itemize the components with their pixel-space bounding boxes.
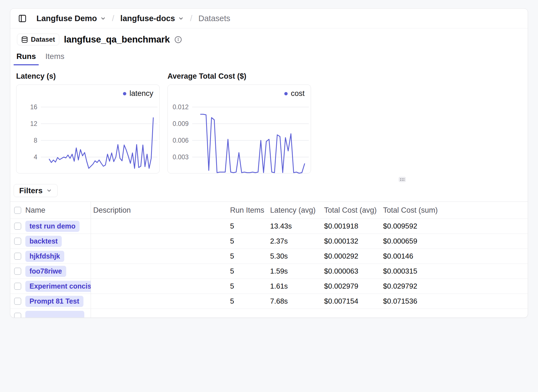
cost-chart-title: Average Total Cost ($) xyxy=(167,72,311,81)
table-row[interactable]: test run demo 5 13.43s $0.001918 $0.0095… xyxy=(10,219,528,234)
page-header: Dataset langfuse_qa_benchmark xyxy=(10,28,528,45)
header-latency-avg: Latency (avg) xyxy=(268,206,322,215)
dataset-chip-label: Dataset xyxy=(31,36,55,43)
table-row[interactable]: Prompt 81 Test 5 7.68s $0.007154 $0.0715… xyxy=(10,294,528,309)
latency-avg-cell: 7.68s xyxy=(268,297,322,306)
dataset-type-chip: Dataset xyxy=(17,34,59,45)
run-name-badge[interactable]: Experiment concise... xyxy=(25,281,91,292)
table-row[interactable] xyxy=(10,309,528,318)
header-total-cost-sum: Total Cost (sum) xyxy=(381,206,528,215)
database-icon xyxy=(21,36,28,43)
drag-handle[interactable] xyxy=(399,177,406,182)
breadcrumb-project-label: langfuse-docs xyxy=(120,14,175,23)
filters-button[interactable]: Filters xyxy=(14,184,58,197)
charts-section: Latency (s) 481216 latency Average Total… xyxy=(10,65,528,173)
chevron-down-icon xyxy=(100,16,106,21)
run-items-cell: 5 xyxy=(228,267,268,276)
name-cell: Prompt 81 Test xyxy=(25,294,91,309)
filters-button-label: Filters xyxy=(19,186,43,195)
total-cost-avg-cell: $0.007154 xyxy=(322,297,381,306)
breadcrumb-org-label: Langfuse Demo xyxy=(36,14,97,23)
total-cost-sum-cell: $0.009592 xyxy=(381,222,528,230)
run-name-badge[interactable] xyxy=(25,311,84,318)
run-name-badge[interactable]: foo78riwe xyxy=(25,266,66,277)
topbar: Langfuse Demo / langfuse-docs / Datasets xyxy=(10,9,528,28)
latency-avg-cell: 13.43s xyxy=(268,222,322,230)
total-cost-avg-cell: $0.002979 xyxy=(322,282,381,291)
checkbox-cell xyxy=(10,253,25,260)
page-title: langfuse_qa_benchmark xyxy=(64,34,170,45)
header-checkbox-cell xyxy=(10,207,25,214)
checkbox-cell xyxy=(10,238,25,245)
svg-text:0.006: 0.006 xyxy=(172,137,189,144)
total-cost-sum-cell: $0.071536 xyxy=(381,297,528,306)
latency-avg-cell: 1.61s xyxy=(268,282,322,291)
cost-chart-block: Average Total Cost ($) 0.0030.0060.0090.… xyxy=(167,72,311,173)
grip-dots-icon xyxy=(400,178,405,181)
name-cell: hjkfdshjk xyxy=(25,249,91,264)
run-items-cell: 5 xyxy=(228,297,268,306)
row-checkbox[interactable] xyxy=(14,238,21,245)
legend-label: latency xyxy=(129,89,153,98)
header-total-cost-avg: Total Cost (avg) xyxy=(322,206,381,215)
header-description: Description xyxy=(91,206,228,215)
main-panel: Langfuse Demo / langfuse-docs / Datasets… xyxy=(10,8,528,318)
checkbox-cell xyxy=(10,298,25,305)
latency-line-plot: 481216 xyxy=(16,85,160,174)
latency-chart: 481216 latency xyxy=(16,85,160,173)
run-items-cell: 5 xyxy=(228,282,268,291)
tab-bar: Runs Items xyxy=(10,45,528,65)
breadcrumb-project-button[interactable]: langfuse-docs xyxy=(120,14,184,23)
total-cost-sum-cell: $0.000315 xyxy=(381,267,528,276)
header-name: Name xyxy=(25,202,91,219)
total-cost-avg-cell: $0.000292 xyxy=(322,252,381,260)
breadcrumb-section-label: Datasets xyxy=(198,14,230,23)
row-checkbox[interactable] xyxy=(14,313,21,318)
name-cell xyxy=(25,309,91,318)
breadcrumb-org-button[interactable]: Langfuse Demo xyxy=(36,14,106,23)
name-cell: Experiment concise... xyxy=(25,279,91,294)
checkbox-cell xyxy=(10,313,25,318)
table-row[interactable]: backtest 5 2.37s $0.000132 $0.000659 xyxy=(10,234,528,249)
latency-avg-cell: 5.30s xyxy=(268,252,322,260)
row-checkbox[interactable] xyxy=(14,253,21,260)
latency-chart-block: Latency (s) 481216 latency xyxy=(16,72,160,173)
total-cost-sum-cell: $0.000659 xyxy=(381,237,528,245)
run-name-badge[interactable]: Prompt 81 Test xyxy=(25,296,83,307)
row-checkbox[interactable] xyxy=(14,283,21,290)
row-checkbox[interactable] xyxy=(14,268,21,275)
total-cost-sum-cell: $0.029792 xyxy=(381,282,528,291)
chevron-down-icon xyxy=(178,16,184,21)
breadcrumb-separator: / xyxy=(190,14,192,23)
sidebar-toggle-button[interactable] xyxy=(17,13,28,24)
table-body: test run demo 5 13.43s $0.001918 $0.0095… xyxy=(10,219,528,318)
breadcrumb-separator: / xyxy=(112,14,114,23)
name-cell: backtest xyxy=(25,234,91,249)
run-name-badge[interactable]: backtest xyxy=(25,236,62,247)
run-items-cell: 5 xyxy=(228,252,268,260)
row-checkbox[interactable] xyxy=(14,223,21,230)
svg-text:0.009: 0.009 xyxy=(172,120,189,127)
info-icon[interactable] xyxy=(174,36,182,43)
checkbox-cell xyxy=(10,223,25,230)
total-cost-sum-cell: $0.00146 xyxy=(381,252,528,260)
checkbox-cell xyxy=(10,268,25,275)
svg-text:16: 16 xyxy=(30,103,37,111)
select-all-checkbox[interactable] xyxy=(14,207,21,214)
runs-table: Name Description Run Items Latency (avg)… xyxy=(10,202,528,318)
table-row[interactable]: hjkfdshjk 5 5.30s $0.000292 $0.00146 xyxy=(10,249,528,264)
table-row[interactable]: Experiment concise... 5 1.61s $0.002979 … xyxy=(10,279,528,294)
legend-label: cost xyxy=(291,89,305,98)
chevron-down-icon xyxy=(46,188,52,193)
row-checkbox[interactable] xyxy=(14,298,21,305)
table-row[interactable]: foo78riwe 5 1.59s $0.000063 $0.000315 xyxy=(10,264,528,279)
header-run-items: Run Items xyxy=(228,206,268,215)
run-name-badge[interactable]: hjkfdshjk xyxy=(25,251,64,262)
run-name-badge[interactable]: test run demo xyxy=(25,221,80,232)
cost-legend: cost xyxy=(284,89,305,98)
panel-left-icon xyxy=(18,14,27,23)
legend-dot-icon xyxy=(284,92,288,95)
tab-items[interactable]: Items xyxy=(43,50,67,65)
total-cost-avg-cell: $0.000063 xyxy=(322,267,381,276)
tab-runs[interactable]: Runs xyxy=(14,50,39,65)
